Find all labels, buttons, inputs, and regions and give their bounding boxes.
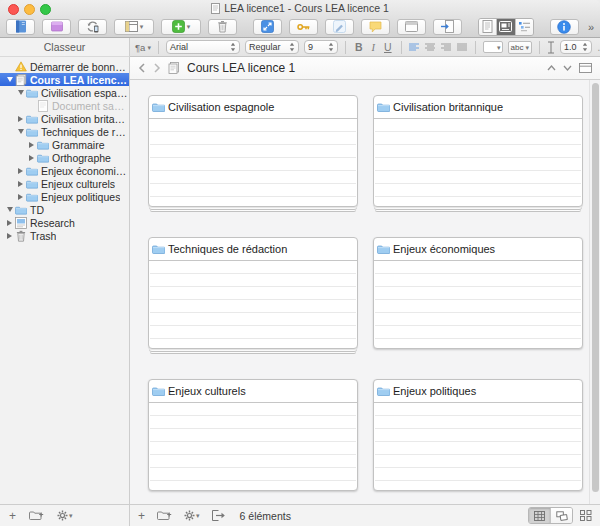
layouts-button[interactable]: ▾ bbox=[114, 19, 154, 35]
sidebar-item[interactable]: Orthographe bbox=[0, 151, 129, 164]
card-header: Techniques de rédaction bbox=[149, 238, 357, 261]
outline-view-icon bbox=[518, 21, 531, 32]
disclosure-triangle-icon[interactable] bbox=[18, 194, 23, 200]
index-card[interactable]: Civilisation britannique bbox=[373, 95, 583, 207]
compose-button[interactable] bbox=[253, 19, 282, 35]
freeform-mode-button[interactable] bbox=[551, 508, 572, 523]
view-document-button[interactable] bbox=[479, 19, 497, 35]
previous-document-button[interactable] bbox=[547, 65, 556, 71]
sidebar-item-label: Enjeux économiques bbox=[38, 165, 129, 177]
keywords-button[interactable] bbox=[289, 19, 318, 35]
collections-button[interactable] bbox=[42, 19, 71, 35]
corkboard: Civilisation espagnoleCivilisation brita… bbox=[130, 80, 600, 504]
disclosure-triangle-icon[interactable] bbox=[18, 181, 23, 187]
disclosure-triangle-icon[interactable] bbox=[18, 90, 24, 95]
disclosure-triangle-icon[interactable] bbox=[7, 220, 12, 226]
line-spacing-stepper[interactable]: 1.0 bbox=[560, 40, 592, 54]
sidebar-item[interactable]: Civilisation britannique bbox=[0, 112, 129, 125]
disclosure-triangle-icon[interactable] bbox=[29, 155, 34, 161]
italic-button[interactable]: I bbox=[370, 42, 378, 53]
add-button[interactable]: ▾ bbox=[161, 19, 201, 35]
highlight-button[interactable]: abc▾ bbox=[508, 41, 532, 54]
close-button[interactable] bbox=[8, 4, 19, 15]
split-view-button[interactable] bbox=[579, 63, 592, 73]
add-folder-button[interactable] bbox=[157, 510, 172, 521]
index-card[interactable]: Enjeux politiques bbox=[373, 379, 583, 491]
disclosure-triangle-icon[interactable] bbox=[18, 129, 24, 134]
index-card[interactable]: Civilisation espagnole bbox=[148, 95, 358, 207]
align-justify-button[interactable] bbox=[457, 43, 468, 52]
add-folder-button[interactable] bbox=[29, 510, 44, 521]
next-document-button[interactable] bbox=[563, 65, 572, 71]
research-icon bbox=[14, 217, 27, 229]
card-title[interactable]: Enjeux politiques bbox=[393, 385, 476, 397]
disclosure-triangle-icon[interactable] bbox=[7, 207, 13, 212]
sidebar-item[interactable]: Enjeux culturels bbox=[0, 177, 129, 190]
export-icon bbox=[212, 510, 226, 521]
disclosure-triangle-icon[interactable] bbox=[29, 142, 34, 148]
inspector-button[interactable] bbox=[550, 19, 579, 35]
view-corkboard-button[interactable] bbox=[497, 19, 515, 35]
forward-button[interactable] bbox=[153, 63, 161, 73]
align-right-button[interactable] bbox=[441, 43, 452, 52]
align-center-button[interactable] bbox=[425, 43, 436, 52]
sidebar-item[interactable]: Démarrer de bonnes étud… bbox=[0, 60, 129, 73]
disclosure-triangle-icon[interactable] bbox=[18, 116, 23, 122]
card-title[interactable]: Techniques de rédaction bbox=[168, 243, 287, 255]
card-title[interactable]: Enjeux culturels bbox=[168, 385, 246, 397]
sidebar-item[interactable]: Research bbox=[0, 216, 129, 229]
grid-mode-button[interactable] bbox=[529, 508, 551, 523]
arrange-cards-button[interactable] bbox=[580, 510, 592, 521]
sidebar-item[interactable]: TD bbox=[0, 203, 129, 216]
sidebar-item[interactable]: Grammaire bbox=[0, 138, 129, 151]
disclosure-triangle-icon[interactable] bbox=[7, 77, 13, 82]
action-menu-button[interactable]: ▾ bbox=[184, 510, 200, 521]
align-left-button[interactable] bbox=[409, 43, 420, 52]
import-button[interactable] bbox=[433, 19, 462, 35]
sync-button[interactable] bbox=[78, 19, 107, 35]
text-color-well[interactable]: ▾ bbox=[483, 41, 503, 53]
folder-icon bbox=[377, 98, 390, 116]
underline-button[interactable]: U bbox=[382, 41, 394, 53]
sidebar-item-label: Grammaire bbox=[49, 139, 105, 151]
bold-button[interactable]: B bbox=[353, 41, 365, 53]
editor-title[interactable]: Cours LEA licence 1 bbox=[187, 61, 295, 75]
scrollbar-thumb[interactable] bbox=[592, 83, 599, 492]
export-button[interactable] bbox=[212, 510, 226, 521]
index-card[interactable]: Techniques de rédaction bbox=[148, 237, 358, 349]
sidebar-item[interactable]: Trash bbox=[0, 229, 129, 242]
annotation-button[interactable] bbox=[325, 19, 354, 35]
add-document-button[interactable]: + bbox=[9, 510, 16, 522]
font-style-select[interactable]: Regular bbox=[245, 40, 299, 54]
back-button[interactable] bbox=[138, 63, 146, 73]
disclosure-triangle-icon[interactable] bbox=[7, 233, 12, 239]
sidebar-item[interactable]: Cours LEA licence 1 bbox=[0, 73, 129, 86]
index-card[interactable]: Enjeux économiques bbox=[373, 237, 583, 349]
add-document-button[interactable]: + bbox=[138, 510, 145, 522]
toolbar-overflow-icon[interactable]: » bbox=[588, 21, 594, 33]
sidebar-item[interactable]: Civilisation espagnole bbox=[0, 86, 129, 99]
keep-open-button[interactable] bbox=[397, 19, 426, 35]
zoom-button[interactable] bbox=[40, 4, 51, 15]
sidebar-item[interactable]: Enjeux économiques bbox=[0, 164, 129, 177]
view-outline-button[interactable] bbox=[516, 19, 533, 35]
minimize-button[interactable] bbox=[24, 4, 35, 15]
chevron-down-icon: ▾ bbox=[526, 44, 530, 51]
binder-button[interactable] bbox=[6, 19, 35, 35]
paragraph-style-button[interactable]: ¶a▾ bbox=[135, 42, 151, 53]
card-title[interactable]: Enjeux économiques bbox=[393, 243, 495, 255]
sidebar-item[interactable]: Techniques de rédaction bbox=[0, 125, 129, 138]
card-title[interactable]: Civilisation espagnole bbox=[168, 101, 274, 113]
card-ruled-lines bbox=[150, 261, 356, 347]
folder-icon bbox=[152, 98, 165, 116]
comment-button[interactable] bbox=[361, 19, 390, 35]
card-title[interactable]: Civilisation britannique bbox=[393, 101, 503, 113]
action-menu-button[interactable]: ▾ bbox=[57, 510, 73, 521]
sidebar-item[interactable]: Enjeux politiques bbox=[0, 190, 129, 203]
font-size-select[interactable]: 9 bbox=[304, 40, 338, 54]
font-family-select[interactable]: Arial bbox=[166, 40, 240, 54]
index-card[interactable]: Enjeux culturels bbox=[148, 379, 358, 491]
trash-button[interactable] bbox=[208, 19, 237, 35]
sidebar-item[interactable]: Document sans titre bbox=[0, 99, 129, 112]
disclosure-triangle-icon[interactable] bbox=[18, 168, 23, 174]
